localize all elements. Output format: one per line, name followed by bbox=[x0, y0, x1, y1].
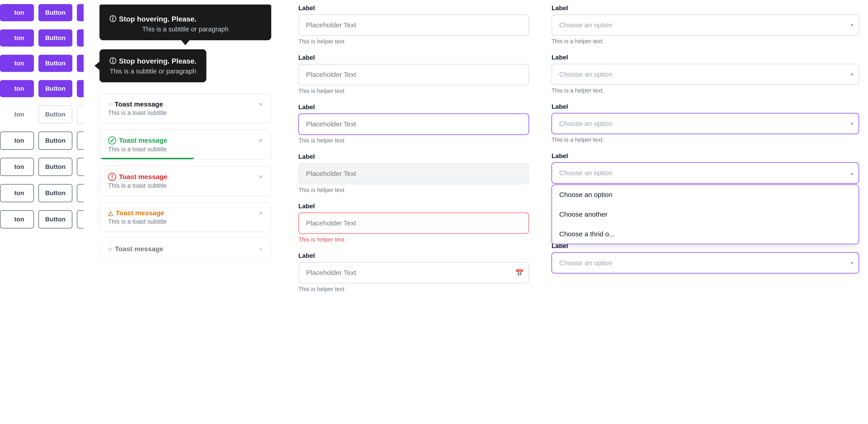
tooltip-arrow-bottom-1 bbox=[181, 40, 190, 45]
button-cropped-4[interactable]: ton bbox=[0, 80, 34, 97]
toast-extra: ○ Toast message × bbox=[99, 238, 271, 261]
button-dark-7b[interactable]: Button bbox=[77, 158, 84, 176]
toast-subtitle-default: This is a toast subtitle bbox=[108, 110, 263, 117]
select-helper-2: This is a helper text. bbox=[552, 87, 859, 94]
toast-close-error[interactable]: × bbox=[258, 174, 263, 180]
button-dark-7a[interactable]: Button bbox=[38, 158, 72, 176]
button-dark-6b[interactable]: Button bbox=[77, 131, 84, 150]
helper-text-1: This is helper text bbox=[298, 38, 529, 45]
toast-title-default: Toast message bbox=[115, 100, 163, 108]
input-group-3: Label This is helper text bbox=[298, 103, 529, 144]
toast-close-default[interactable]: × bbox=[258, 101, 263, 108]
text-input-4 bbox=[298, 163, 529, 184]
button-ghost-5[interactable]: ton bbox=[0, 106, 34, 123]
input-group-5: Label This is helper text bbox=[298, 203, 529, 243]
button-dark-8b[interactable]: Button bbox=[77, 184, 84, 202]
toast-title-warning: Toast message bbox=[116, 209, 164, 217]
select-input-5[interactable]: Choose an option bbox=[552, 252, 859, 273]
button-dark-6a[interactable]: Button bbox=[38, 131, 72, 150]
select-label-1: Label bbox=[552, 4, 859, 12]
helper-text-3: This is helper text bbox=[298, 137, 529, 144]
select-helper-1: This is a helper text. bbox=[552, 38, 859, 45]
tooltip-2: ⓘ Stop hovering. Please. This is a subti… bbox=[99, 49, 206, 82]
toast-icon-warning: △ bbox=[108, 209, 113, 217]
toast-title-success: Toast message bbox=[119, 137, 167, 144]
select-placeholder-4: Choose an option bbox=[559, 169, 612, 177]
helper-text-6: This is helper text bbox=[298, 285, 529, 293]
toast-subtitle-error: This is a toast subtitle bbox=[108, 182, 263, 189]
helper-text-4: This is helper text bbox=[298, 187, 529, 193]
button-row-1: ton Button Button bbox=[0, 0, 84, 25]
dropdown-option-4-2[interactable]: Choose another bbox=[552, 205, 859, 224]
button-dark-9a[interactable]: Button bbox=[38, 210, 72, 229]
button-outline-5a[interactable]: Button bbox=[38, 105, 72, 123]
select-group-3: Label Choose an option ▾ This is a helpe… bbox=[552, 103, 859, 143]
tooltip-subtitle-1: This is a subtitle or paragraph bbox=[110, 26, 261, 33]
button-dark-8a[interactable]: Button bbox=[38, 184, 72, 202]
toast-close-success[interactable]: × bbox=[258, 137, 263, 144]
select-trigger-4[interactable]: Choose an option bbox=[552, 162, 859, 184]
text-input-5[interactable] bbox=[298, 213, 529, 234]
button-dark-6[interactable]: ton bbox=[0, 131, 34, 150]
tooltip-subtitle-2: This is a subtitle or paragraph bbox=[110, 68, 196, 75]
text-input-3[interactable] bbox=[298, 114, 529, 135]
input-group-6: Label 📅 This is helper text bbox=[298, 252, 529, 293]
select-label-3: Label bbox=[552, 103, 859, 110]
select-input-3[interactable]: Choose an option bbox=[552, 113, 859, 134]
toasts-section: ⓘ Stop hovering. Please. This is a subti… bbox=[95, 0, 280, 424]
button-outline-5b[interactable]: Button bbox=[77, 105, 84, 123]
button-filled-2a[interactable]: Button bbox=[38, 29, 72, 47]
button-filled-1a[interactable]: Button bbox=[38, 4, 72, 21]
input-label-2: Label bbox=[298, 54, 529, 61]
button-filled-3a[interactable]: Button bbox=[38, 55, 72, 72]
calendar-icon[interactable]: 📅 bbox=[515, 269, 524, 277]
toast-close-warning[interactable]: × bbox=[258, 210, 263, 216]
text-input-2[interactable] bbox=[298, 64, 529, 85]
buttons-section: ton Button Button ton Button Button ton … bbox=[0, 0, 84, 424]
tooltip-1-wrapper: ⓘ Stop hovering. Please. This is a subti… bbox=[99, 4, 271, 40]
button-cropped-1[interactable]: ton bbox=[0, 4, 34, 21]
button-dark-7[interactable]: ton bbox=[0, 158, 34, 176]
button-dark-9[interactable]: ton bbox=[0, 210, 34, 229]
button-row-6: ton Button Button bbox=[0, 127, 84, 154]
toast-warning: △ Toast message × This is a toast subtit… bbox=[99, 202, 271, 232]
text-input-6[interactable] bbox=[298, 262, 529, 283]
button-filled-4a[interactable]: Button bbox=[38, 80, 72, 97]
button-filled-4b[interactable]: Button bbox=[77, 80, 84, 97]
select-wrapper-1: Choose an option ▾ bbox=[552, 14, 859, 35]
select-label-2: Label bbox=[552, 54, 859, 61]
input-label-5: Label bbox=[298, 203, 529, 210]
input-group-1: Label This is helper text bbox=[298, 4, 529, 45]
tooltip-info-icon-2: ⓘ bbox=[110, 57, 116, 66]
dropdown-options-4: Choose an option Choose another Choose a… bbox=[552, 184, 859, 244]
select-input-1[interactable]: Choose an option bbox=[552, 14, 859, 35]
button-row-2: ton Button Button bbox=[0, 25, 84, 51]
button-row-7: ton Button Button bbox=[0, 154, 84, 180]
button-filled-1b[interactable]: Button bbox=[77, 4, 84, 21]
toast-close-extra[interactable]: × bbox=[258, 246, 263, 252]
toast-icon-default: ○ bbox=[108, 101, 112, 108]
input-label-6: Label bbox=[298, 252, 529, 260]
button-row-8: ton Button Button bbox=[0, 180, 84, 206]
toast-title-error: Toast message bbox=[119, 173, 167, 181]
button-cropped-3[interactable]: ton bbox=[0, 55, 34, 72]
button-filled-2b[interactable]: Button bbox=[77, 29, 84, 47]
toast-subtitle-warning: This is a toast subtitle bbox=[108, 218, 263, 225]
button-dark-8[interactable]: ton bbox=[0, 184, 34, 202]
input-label-1: Label bbox=[298, 4, 529, 12]
select-wrapper-4: Choose an option ▴ Choose an option Choo… bbox=[552, 162, 859, 184]
dropdown-option-4-3[interactable]: Choose a thrid o... bbox=[552, 224, 859, 244]
toast-title-extra: Toast message bbox=[115, 245, 163, 253]
button-filled-3b[interactable]: Button bbox=[77, 55, 84, 72]
dropdown-option-4-1[interactable]: Choose an option bbox=[552, 185, 859, 205]
button-dark-9b[interactable]: Button bbox=[77, 210, 84, 229]
tooltip-arrow-left-2 bbox=[94, 61, 100, 70]
select-group-1: Label Choose an option ▾ This is a helpe… bbox=[552, 4, 859, 45]
toast-progress-success bbox=[100, 158, 194, 159]
text-input-1[interactable] bbox=[298, 14, 529, 36]
select-helper-3: This is a helper text. bbox=[552, 137, 859, 143]
selects-section: Label Choose an option ▾ This is a helpe… bbox=[542, 0, 868, 424]
button-cropped-2[interactable]: ton bbox=[0, 29, 34, 47]
inputs-section: Label This is helper text Label This is … bbox=[289, 0, 538, 424]
select-input-2[interactable]: Choose an option bbox=[552, 64, 859, 85]
